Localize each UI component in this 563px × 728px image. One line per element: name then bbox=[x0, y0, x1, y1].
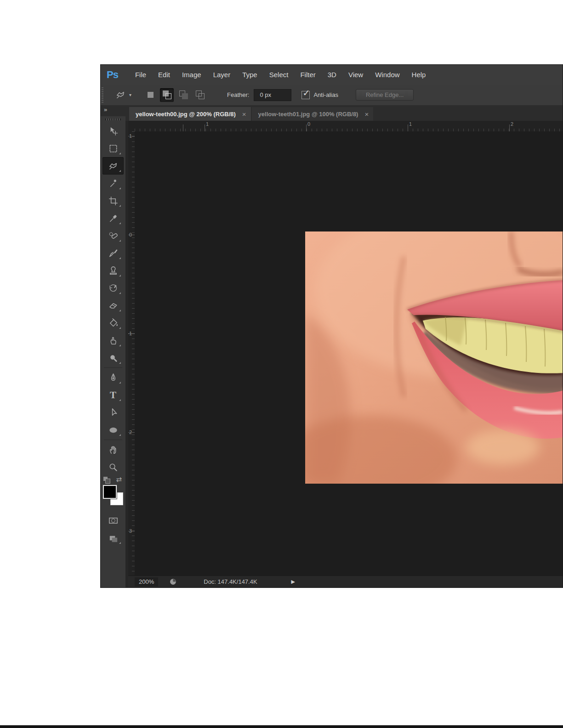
vertical-ruler[interactable]: 1 0 1 2 3 bbox=[128, 131, 135, 576]
marquee-icon bbox=[108, 143, 119, 154]
add-to-selection-icon bbox=[163, 90, 171, 99]
menu-edit[interactable]: Edit bbox=[152, 71, 176, 79]
zoom-tool[interactable] bbox=[102, 458, 124, 476]
crop-tool[interactable] bbox=[102, 192, 124, 209]
menu-type[interactable]: Type bbox=[236, 71, 263, 79]
move-tool[interactable] bbox=[102, 122, 124, 140]
quick-mask-button[interactable] bbox=[102, 513, 124, 528]
subtract-from-selection-icon bbox=[179, 90, 188, 99]
chevron-down-icon: ▾ bbox=[129, 92, 131, 97]
eyedropper-tool[interactable] bbox=[102, 209, 124, 227]
spot-healing-brush-tool[interactable] bbox=[102, 227, 124, 244]
default-colors-button[interactable] bbox=[103, 477, 111, 483]
type-icon: T bbox=[110, 389, 116, 401]
photoshop-window: Ps File Edit Image Layer Type Select Fil… bbox=[100, 64, 563, 588]
intersect-selection-button[interactable] bbox=[193, 88, 207, 102]
menu-bar: Ps File Edit Image Layer Type Select Fil… bbox=[101, 65, 563, 85]
clone-stamp-icon bbox=[108, 265, 119, 276]
ruler-label: 0 bbox=[307, 121, 310, 127]
ruler-label: 2 bbox=[511, 121, 513, 127]
menu-help[interactable]: Help bbox=[406, 71, 432, 79]
check-icon: ✓ bbox=[302, 88, 310, 98]
new-selection-button[interactable] bbox=[143, 88, 157, 102]
screen-mode-icon bbox=[108, 534, 119, 544]
path-selection-tool[interactable] bbox=[102, 404, 124, 421]
collapse-panel-button[interactable]: » bbox=[104, 106, 106, 113]
healing-brush-icon bbox=[108, 231, 119, 241]
close-icon[interactable]: × bbox=[364, 110, 369, 118]
magnifier-icon bbox=[108, 462, 119, 473]
anti-alias-checkbox[interactable]: ✓ bbox=[301, 91, 310, 99]
menu-layer[interactable]: Layer bbox=[207, 71, 237, 79]
horizontal-ruler[interactable]: 1 0 1 2 bbox=[135, 121, 563, 132]
subtract-from-selection-button[interactable] bbox=[176, 88, 190, 102]
close-icon[interactable]: × bbox=[242, 110, 246, 118]
menu-window[interactable]: Window bbox=[369, 71, 405, 79]
canvas-image[interactable] bbox=[305, 231, 563, 484]
options-bar: ▾ Feather: bbox=[101, 85, 563, 106]
selection-mode-group bbox=[143, 88, 207, 102]
page-bottom-rule bbox=[0, 725, 563, 728]
menu-view[interactable]: View bbox=[342, 71, 369, 79]
menu-image[interactable]: Image bbox=[176, 71, 207, 79]
history-brush-icon bbox=[108, 283, 119, 293]
menu-filter[interactable]: Filter bbox=[294, 71, 321, 79]
polygonal-lasso-icon bbox=[108, 161, 119, 171]
smudge-finger-icon bbox=[108, 335, 119, 346]
cursor-position-marker bbox=[128, 333, 135, 334]
pen-icon bbox=[108, 372, 119, 383]
zoom-level-field[interactable]: 200% bbox=[135, 577, 158, 587]
ruler-label: 2 bbox=[129, 429, 132, 435]
new-selection-icon bbox=[148, 92, 154, 98]
eraser-icon bbox=[108, 300, 119, 311]
rectangular-marquee-tool[interactable] bbox=[102, 140, 124, 157]
brush-tool[interactable] bbox=[102, 244, 124, 262]
ruler-corner bbox=[128, 121, 135, 132]
menu-3d[interactable]: 3D bbox=[322, 71, 342, 79]
eraser-tool[interactable] bbox=[102, 297, 124, 314]
polygonal-lasso-tool[interactable] bbox=[102, 157, 124, 175]
tab-yellow-teeth00[interactable]: yellow-teeth00.jpg @ 200% (RGB/8) × bbox=[129, 107, 251, 121]
hand-tool[interactable] bbox=[102, 441, 124, 458]
crop-icon bbox=[108, 196, 119, 206]
menu-file[interactable]: File bbox=[129, 71, 152, 79]
refine-edge-button[interactable]: Refine Edge... bbox=[356, 89, 414, 101]
magic-wand-tool[interactable] bbox=[102, 175, 124, 192]
swap-colors-icon[interactable]: ⇄ bbox=[116, 475, 122, 484]
tool-panel-grip[interactable] bbox=[105, 119, 121, 120]
feather-input[interactable] bbox=[254, 89, 291, 101]
hand-icon bbox=[108, 445, 119, 455]
feather-label: Feather: bbox=[227, 91, 249, 98]
polygonal-lasso-icon bbox=[115, 90, 126, 100]
status-flyout-arrow[interactable]: ▶ bbox=[291, 579, 295, 585]
add-to-selection-button[interactable] bbox=[160, 88, 174, 102]
options-bar-grip[interactable] bbox=[102, 87, 103, 103]
paint-bucket-icon bbox=[108, 318, 119, 328]
screen-mode-button[interactable] bbox=[102, 531, 124, 547]
anti-alias-label: Anti-alias bbox=[313, 91, 338, 98]
smudge-tool[interactable] bbox=[102, 332, 124, 349]
tool-preset-picker[interactable]: ▾ bbox=[115, 90, 131, 100]
tab-yellow-teeth01[interactable]: yellow-teeth01.jpg @ 100% (RGB/8) × bbox=[252, 107, 374, 121]
menu-select[interactable]: Select bbox=[263, 71, 295, 79]
foreground-color-swatch[interactable] bbox=[103, 485, 117, 499]
photoshop-logo: Ps bbox=[107, 69, 118, 81]
tab-label: yellow-teeth01.jpg @ 100% (RGB/8) bbox=[258, 111, 358, 118]
selection-arrow-icon bbox=[108, 407, 119, 418]
pen-tool[interactable] bbox=[102, 369, 124, 386]
dodge-tool[interactable] bbox=[102, 349, 124, 367]
ruler-label: 1 bbox=[409, 121, 412, 127]
ruler-label: 3 bbox=[129, 528, 132, 534]
move-icon bbox=[108, 126, 119, 136]
paint-bucket-tool[interactable] bbox=[102, 314, 124, 332]
tool-panel: » bbox=[101, 105, 126, 587]
dodge-icon bbox=[108, 353, 119, 363]
type-tool[interactable]: T bbox=[102, 386, 124, 404]
canvas[interactable] bbox=[135, 131, 563, 576]
status-pie-icon bbox=[169, 578, 177, 586]
ellipse-tool[interactable] bbox=[102, 421, 124, 439]
history-brush-tool[interactable] bbox=[102, 279, 124, 297]
clone-stamp-tool[interactable] bbox=[102, 262, 124, 279]
tool-group-divider bbox=[104, 367, 122, 368]
eyedropper-icon bbox=[108, 213, 119, 224]
